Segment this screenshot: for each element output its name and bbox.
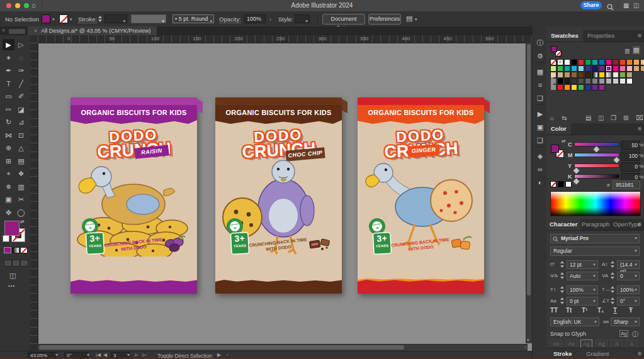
swatch[interactable] bbox=[606, 59, 612, 65]
slice-tool[interactable]: ✂ bbox=[15, 194, 27, 205]
swatch[interactable] bbox=[557, 65, 563, 72]
eyedropper-tool[interactable]: ⌖ bbox=[3, 168, 14, 179]
swap-fill-stroke-icon[interactable]: ⇄ bbox=[20, 219, 25, 224]
new-swatch-icon[interactable]: ⊞ bbox=[623, 114, 628, 121]
stroke-color-chip[interactable] bbox=[59, 14, 68, 23]
swatch[interactable] bbox=[619, 65, 626, 72]
zoom-dropdown-icon[interactable]: ▾ bbox=[55, 352, 58, 358]
all-caps-button[interactable]: TT bbox=[550, 307, 558, 314]
swatch[interactable] bbox=[592, 84, 598, 91]
rotation-dropdown-icon[interactable]: ▾ bbox=[87, 352, 89, 358]
line-segment-tool[interactable]: ╱ bbox=[15, 78, 27, 89]
underline-button[interactable]: T bbox=[613, 307, 617, 314]
shape-builder-tool[interactable]: ⊕ bbox=[3, 142, 14, 153]
new-color-group-icon[interactable]: ❐ bbox=[611, 114, 616, 121]
panel-info-icon[interactable]: ⓘ bbox=[535, 38, 545, 48]
type-tool[interactable]: T bbox=[3, 78, 14, 89]
swatch[interactable] bbox=[557, 72, 563, 78]
swatch-exchange-icon[interactable]: ⇆ bbox=[562, 114, 567, 121]
swatch[interactable] bbox=[564, 65, 570, 72]
superscript-button[interactable]: T¹ bbox=[582, 307, 587, 314]
first-artboard-icon[interactable]: |◀ bbox=[96, 352, 101, 358]
swatch-gradient[interactable] bbox=[606, 72, 612, 78]
arrange-documents-icon[interactable]: ▤ bbox=[406, 14, 412, 23]
draw-behind-button[interactable] bbox=[12, 260, 20, 267]
width-tool[interactable]: ⋈ bbox=[3, 130, 14, 141]
swatch[interactable] bbox=[606, 78, 612, 84]
scroll-down-icon[interactable]: ▾ bbox=[527, 338, 529, 343]
status-expand-icon[interactable]: ▶ bbox=[217, 352, 221, 358]
collapse-dock-icon[interactable]: « bbox=[2, 27, 5, 33]
swatch[interactable] bbox=[585, 84, 591, 91]
symbol-sprayer-tool[interactable]: ✵ bbox=[3, 181, 14, 192]
brush-preset-dropdown[interactable]: • 5 pt. Round ▾ bbox=[172, 14, 214, 23]
artboard-tool[interactable]: ▣ bbox=[3, 194, 14, 205]
toolbar-fill-chip[interactable] bbox=[4, 221, 20, 236]
document-layout-icon[interactable]: ◫ bbox=[633, 2, 639, 9]
more-tools-icon[interactable]: ••• bbox=[8, 283, 15, 289]
slider-thumb[interactable] bbox=[572, 167, 580, 175]
draw-inside-button[interactable] bbox=[20, 260, 28, 267]
rotate-tool[interactable]: ↻ bbox=[3, 116, 14, 128]
eraser-tool[interactable]: ◪ bbox=[15, 104, 27, 115]
swatch[interactable] bbox=[640, 59, 644, 65]
font-style-field[interactable]: Regular▼ bbox=[550, 246, 640, 256]
swatch[interactable] bbox=[578, 72, 584, 78]
horizontal-scrollbar-thumb[interactable] bbox=[39, 345, 404, 350]
curvature-tool[interactable]: ✑ bbox=[15, 65, 27, 76]
swatch[interactable] bbox=[599, 59, 605, 65]
swatch[interactable] bbox=[599, 84, 605, 91]
swatch[interactable] bbox=[626, 78, 633, 84]
swatch[interactable] bbox=[564, 84, 570, 91]
color-group-folder-icon[interactable] bbox=[550, 84, 556, 91]
gradient-mode-button[interactable] bbox=[12, 247, 20, 253]
swatch-libraries-icon[interactable]: ⌂ bbox=[550, 114, 554, 121]
swatch[interactable] bbox=[613, 59, 619, 65]
baseline-shift-field[interactable]: 0 pt▼ bbox=[567, 297, 598, 306]
paintbrush-tool[interactable]: ✐ bbox=[15, 91, 27, 102]
horizontal-scrollbar[interactable]: › bbox=[38, 344, 528, 351]
swatch[interactable] bbox=[626, 59, 633, 65]
swatch[interactable] bbox=[599, 78, 605, 84]
package-artboard-choc-chip[interactable]: ORGANIC BISCUITS FOR KIDSDODOCRUNCHCHOC … bbox=[215, 97, 342, 294]
swatch[interactable] bbox=[578, 78, 584, 84]
panel-menu-icon[interactable]: ≡ bbox=[638, 221, 641, 228]
swatch[interactable] bbox=[564, 59, 570, 65]
tab-color[interactable]: Color bbox=[546, 123, 571, 135]
last-artboard-icon[interactable]: ▶| bbox=[142, 352, 147, 358]
swatch[interactable] bbox=[557, 84, 563, 91]
mesh-tool[interactable]: ⊞ bbox=[3, 155, 14, 167]
leading-field[interactable]: (14.4 pt)▼ bbox=[617, 260, 640, 269]
vertical-scrollbar[interactable]: ▾ bbox=[526, 43, 532, 343]
panel-menu-icon[interactable]: ≡ bbox=[638, 32, 641, 39]
stroke-weight-stepper[interactable] bbox=[98, 14, 103, 23]
swatch[interactable] bbox=[564, 72, 570, 78]
tab-gradient[interactable]: Gradient bbox=[582, 348, 613, 359]
character-rotation-field[interactable]: 0°▼ bbox=[617, 297, 640, 306]
hex-field[interactable]: 951b81 bbox=[613, 180, 640, 189]
swatches-fill-chip[interactable] bbox=[551, 46, 557, 52]
channel-slider[interactable] bbox=[574, 142, 619, 146]
workspace-icon[interactable]: ▦ bbox=[623, 2, 629, 9]
swatch[interactable] bbox=[592, 59, 598, 65]
kerning-field[interactable]: Auto▼ bbox=[567, 272, 598, 280]
tab-character[interactable]: Character bbox=[546, 219, 580, 230]
white-chip[interactable] bbox=[565, 181, 572, 187]
black-chip[interactable] bbox=[558, 181, 564, 187]
swatch[interactable] bbox=[599, 65, 605, 72]
blend-tool[interactable]: ❖ bbox=[15, 168, 27, 179]
zoom-tool[interactable]: ◯ bbox=[15, 207, 27, 218]
tab-swatches[interactable]: Swatches bbox=[546, 30, 583, 41]
channel-slider[interactable] bbox=[574, 174, 619, 179]
vertical-scrollbar-thumb[interactable] bbox=[527, 44, 531, 295]
previous-artboard-icon[interactable]: ◀ bbox=[103, 352, 107, 358]
default-fill-stroke-icon[interactable] bbox=[3, 235, 9, 242]
swatch[interactable] bbox=[578, 84, 584, 91]
swatch[interactable] bbox=[613, 78, 619, 84]
perspective-grid-tool[interactable]: △ bbox=[15, 142, 27, 153]
swatch-pattern[interactable] bbox=[613, 72, 619, 78]
channel-value-field[interactable]: 100 bbox=[621, 152, 640, 161]
slider-thumb[interactable] bbox=[613, 156, 621, 164]
channel-value-field[interactable]: 0 bbox=[621, 162, 640, 172]
swatch-none[interactable] bbox=[550, 59, 556, 65]
